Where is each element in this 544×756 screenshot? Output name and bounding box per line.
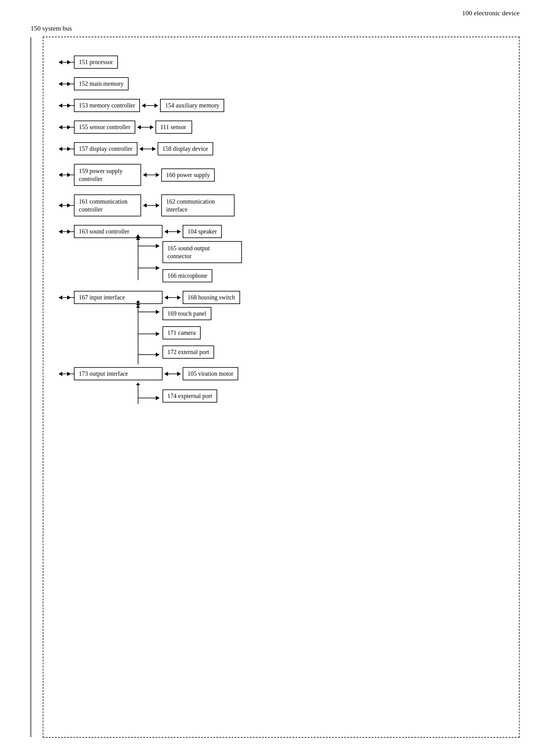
sensor-controller-row: 155 sensor controller 111 sensor — [59, 121, 504, 134]
svg-marker-16 — [136, 305, 140, 308]
svg-marker-20 — [136, 383, 140, 385]
sound-output-connector-box: 165 sound outputconnector — [162, 241, 242, 263]
display-controller-row: 157 display controller 158 display devic… — [59, 142, 504, 155]
processor-box: 151 processor — [74, 56, 118, 69]
power-supply-controller-box: 159 power supplycontroller — [74, 164, 141, 186]
memory-controller-row: 153 memory controller 154 auxiliary memo… — [59, 99, 504, 112]
touch-panel-row: 169 touch panel — [162, 307, 504, 320]
bus-arrow-processor — [59, 60, 74, 64]
svg-marker-13 — [156, 353, 159, 357]
power-supply-controller-row: 159 power supplycontroller 160 power sup… — [59, 164, 504, 186]
sound-controller-section: 163 sound controller 104 speaker — [59, 225, 504, 282]
expternal-port-box: 174 expternal port — [162, 389, 217, 403]
expternal-port-row: 174 expternal port — [162, 389, 504, 403]
microphone-box: 166 microphone — [162, 269, 212, 282]
main-container: 151 processor 152 main memory 153 memory… — [43, 37, 520, 738]
svg-marker-9 — [156, 310, 159, 314]
svg-marker-11 — [156, 332, 159, 336]
bus-arrow-sound-controller — [59, 230, 74, 234]
input-interface-main-row: 167 input interface 168 housing switch — [59, 291, 504, 304]
vertical-bus-line — [31, 37, 31, 737]
output-sub-rows: 174 expternal port — [162, 389, 504, 403]
bus-arrow-comm-controller — [59, 203, 74, 208]
external-port-row: 172 external port — [162, 345, 504, 359]
sound-sub-rows: 165 sound outputconnector 166 microphone — [162, 241, 504, 282]
display-controller-box: 157 display controller — [74, 142, 137, 155]
input-interface-section: 167 input interface 168 housing switch — [59, 291, 504, 359]
bus-arrow-main-memory — [59, 82, 74, 86]
sensor-controller-to-sensor — [137, 125, 154, 129]
display-device-box: 158 display device — [158, 142, 213, 155]
display-controller-to-device — [139, 147, 156, 151]
svg-marker-2 — [156, 244, 159, 248]
auxiliary-memory-box: 154 auxiliary memory — [160, 99, 224, 112]
input-sub-rows: 169 touch panel 171 camera 172 external … — [162, 307, 504, 359]
main-memory-row: 152 main memory — [59, 77, 504, 90]
bus-arrow-input-interface — [59, 295, 74, 300]
communication-controller-row: 161 communicationcontroller 162 communic… — [59, 194, 504, 216]
page-title: 100 electronic device — [462, 9, 520, 17]
camera-row: 171 camera — [162, 326, 504, 339]
bus-arrow-power-supply — [59, 173, 74, 177]
sound-output-connector-row: 165 sound outputconnector — [162, 241, 504, 263]
sensor-controller-box: 155 sensor controller — [74, 121, 135, 134]
processor-row: 151 processor — [59, 56, 504, 69]
svg-marker-15 — [136, 303, 140, 305]
output-interface-main-row: 173 output interface 105 viration motor — [59, 367, 504, 380]
touch-panel-box: 169 touch panel — [162, 307, 211, 320]
sound-to-speaker-arrow — [164, 230, 181, 234]
memory-controller-box: 153 memory controller — [74, 99, 140, 112]
external-port-box: 172 external port — [162, 345, 214, 359]
memory-controller-to-aux — [142, 103, 158, 108]
speaker-box: 104 speaker — [183, 225, 222, 238]
output-to-vibration-arrow — [164, 372, 181, 376]
svg-marker-14 — [136, 300, 140, 303]
sensor-box: 111 sensor — [155, 121, 192, 134]
communication-controller-box: 161 communicationcontroller — [74, 194, 141, 216]
power-supply-controller-to-supply — [143, 173, 159, 177]
vibration-motor-box: 105 viration motor — [183, 367, 238, 380]
svg-marker-19 — [156, 396, 159, 400]
bus-arrow-sensor-controller — [59, 125, 74, 129]
input-to-housing-arrow — [164, 295, 181, 300]
communication-interface-box: 162 communicationinterface — [161, 194, 234, 216]
output-interface-section: 173 output interface 105 viration motor — [59, 367, 504, 403]
power-supply-box: 160 power supply — [161, 168, 215, 182]
system-bus-label: 150 system bus — [31, 24, 72, 32]
microphone-row: 166 microphone — [162, 269, 504, 282]
bus-arrow-display-controller — [59, 147, 74, 151]
bus-arrow-output-interface — [59, 372, 74, 376]
output-sub-svg — [132, 383, 169, 407]
output-interface-box: 173 output interface — [74, 367, 162, 380]
comm-controller-to-interface — [143, 203, 159, 208]
sound-controller-main-row: 163 sound controller 104 speaker — [59, 225, 504, 238]
svg-marker-4 — [156, 266, 159, 270]
main-memory-box: 152 main memory — [74, 77, 129, 90]
input-sub-svg — [132, 300, 169, 367]
sound-sub-svg — [132, 234, 169, 283]
housing-switch-box: 168 housing switch — [183, 291, 240, 304]
bus-arrow-memory-controller — [59, 103, 74, 108]
